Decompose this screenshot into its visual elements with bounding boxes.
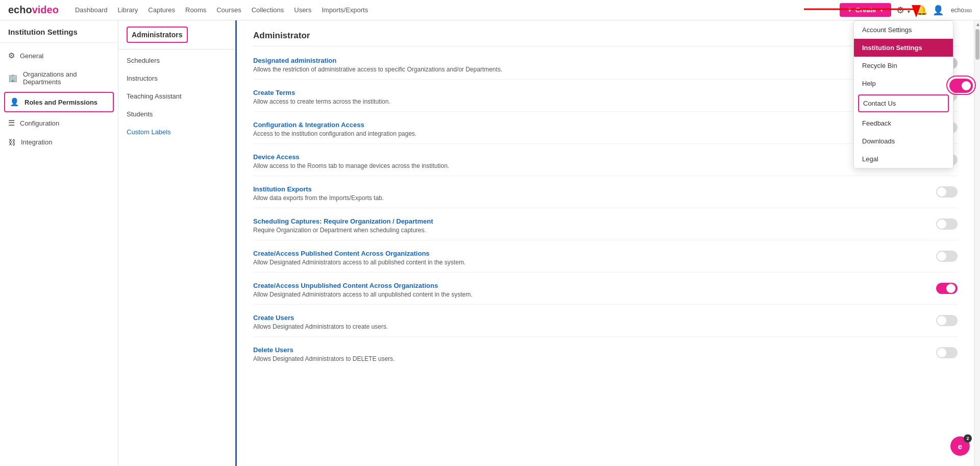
- permission-row-7: Create/Access Unpublished Content Across…: [253, 282, 958, 305]
- gear-dropdown-indicator: ▼: [906, 9, 911, 14]
- permission-row-9: Delete Users Allows Designated Administr…: [253, 346, 958, 369]
- nav-imports-exports[interactable]: Imports/Exports: [322, 6, 368, 14]
- dropdown-account-settings[interactable]: Account Settings: [854, 21, 953, 39]
- gear-icon: ⚙: [896, 5, 904, 15]
- permission-row-8: Create Users Allows Designated Administr…: [253, 314, 958, 337]
- right-scrollbar[interactable]: ▲: [974, 20, 980, 466]
- scrollbar-up-arrow[interactable]: ▲: [974, 20, 980, 28]
- sidebar-item-integration[interactable]: ⛓ Integration: [0, 133, 118, 152]
- nav-rooms[interactable]: Rooms: [185, 6, 206, 14]
- dropdown-downloads[interactable]: Downloads: [854, 132, 953, 150]
- dropdown-contact-us[interactable]: Contact Us: [858, 94, 949, 112]
- permission-label-0: Designated administration: [253, 57, 502, 64]
- permission-desc-2: Access to the institution configuration …: [253, 130, 416, 137]
- toggle-6[interactable]: [936, 251, 958, 262]
- create-label: Create: [855, 6, 876, 14]
- dropdown-institution-settings[interactable]: Institution Settings: [854, 39, 953, 57]
- create-button[interactable]: ✦ Create ▼: [840, 3, 891, 17]
- permission-text-9: Delete Users Allows Designated Administr…: [253, 346, 395, 362]
- permission-row-5: Scheduling Captures: Require Organizatio…: [253, 217, 958, 240]
- nav-courses[interactable]: Courses: [216, 6, 241, 14]
- permission-text-3: Device Access Allow access to the Rooms …: [253, 153, 449, 169]
- permission-label-9: Delete Users: [253, 346, 395, 354]
- notification-bell-button[interactable]: 🔔: [916, 5, 927, 16]
- roles-icon: 👤: [10, 97, 19, 107]
- nav-collections[interactable]: Collections: [252, 6, 284, 14]
- permission-label-5: Scheduling Captures: Require Organizatio…: [253, 217, 433, 225]
- sidebar-label-integration: Integration: [21, 138, 52, 146]
- permission-label-6: Create/Access Published Content Across O…: [253, 250, 465, 257]
- toggle-7[interactable]: [936, 283, 958, 294]
- nav-right: ✦ Create ▼ ⚙ ▼ 🔔 👤 echo360: [840, 3, 972, 17]
- logo-video: video: [32, 4, 59, 16]
- mid-item-schedulers[interactable]: Schedulers: [118, 52, 235, 69]
- permission-desc-6: Allow Designated Administrators access t…: [253, 259, 465, 266]
- sidebar-label-roles: Roles and Permissions: [24, 99, 97, 106]
- sidebar-item-configuration[interactable]: ☰ Configuration: [0, 113, 118, 133]
- permission-label-8: Create Users: [253, 314, 388, 322]
- toggle-5[interactable]: [936, 218, 958, 230]
- page-layout: Institution Settings ⚙ General 🏢 Organiz…: [0, 20, 980, 466]
- toggle-4[interactable]: [936, 186, 958, 198]
- create-icon: ✦: [847, 6, 852, 14]
- nav-captures[interactable]: Captures: [148, 6, 175, 14]
- e-badge[interactable]: e 2: [950, 436, 970, 456]
- general-icon: ⚙: [8, 51, 15, 60]
- toggle-9[interactable]: [936, 347, 958, 358]
- permission-row-1: Create Terms Allow access to create term…: [253, 89, 958, 112]
- contact-us-toggle-overlay[interactable]: [950, 80, 972, 92]
- user-avatar-button[interactable]: 👤: [933, 5, 944, 16]
- toggle-knob-contact-us: [962, 81, 971, 90]
- logo[interactable]: echovideo: [8, 4, 59, 16]
- sidebar-label-general: General: [20, 52, 43, 60]
- permission-desc-7: Allow Designated Administrators access t…: [253, 291, 473, 298]
- sidebar-nav: ⚙ General 🏢 Organizations and Department…: [0, 43, 118, 155]
- permission-text-6: Create/Access Published Content Across O…: [253, 250, 465, 266]
- mid-item-teaching-assistant[interactable]: Teaching Assistant: [118, 87, 235, 105]
- chevron-down-icon: ▼: [879, 7, 884, 13]
- permission-text-4: Institution Exports Allow data exports f…: [253, 185, 384, 202]
- left-sidebar: Institution Settings ⚙ General 🏢 Organiz…: [0, 20, 118, 466]
- page-title: Institution Settings: [0, 20, 118, 43]
- mid-item-instructors[interactable]: Instructors: [118, 69, 235, 87]
- sidebar-item-roles[interactable]: 👤 Roles and Permissions: [4, 92, 114, 112]
- permission-desc-9: Allows Designated Administrators to DELE…: [253, 355, 395, 362]
- dropdown-menu: Account Settings Institution Settings Re…: [853, 20, 953, 168]
- scrollbar-thumb[interactable]: [975, 29, 979, 60]
- sidebar-label-configuration: Configuration: [20, 119, 59, 127]
- logo-echo: echo: [8, 4, 32, 16]
- dropdown-recycle-bin[interactable]: Recycle Bin: [854, 57, 953, 75]
- permission-label-2: Configuration & Integration Access: [253, 121, 416, 129]
- dropdown-help[interactable]: Help: [854, 75, 953, 92]
- permission-text-7: Create/Access Unpublished Content Across…: [253, 282, 473, 298]
- nav-library[interactable]: Library: [118, 6, 138, 14]
- mid-sidebar-title[interactable]: Administrators: [127, 27, 188, 43]
- permission-row-4: Institution Exports Allow data exports f…: [253, 185, 958, 208]
- nav-dashboard[interactable]: Dashboard: [75, 6, 108, 14]
- configuration-icon: ☰: [8, 118, 15, 128]
- toggle-8[interactable]: [936, 315, 958, 326]
- permission-desc-4: Allow data exports from the Imports/Expo…: [253, 194, 384, 202]
- mid-item-custom-labels[interactable]: Custom Labels: [118, 123, 235, 141]
- sidebar-item-org-dept[interactable]: 🏢 Organizations and Departments: [0, 65, 118, 91]
- permission-text-8: Create Users Allows Designated Administr…: [253, 314, 388, 330]
- sidebar-label-org-dept: Organizations and Departments: [23, 70, 110, 86]
- permission-label-1: Create Terms: [253, 89, 390, 96]
- nav-users[interactable]: Users: [294, 6, 311, 14]
- dropdown-feedback[interactable]: Feedback: [854, 114, 953, 132]
- permission-label-7: Create/Access Unpublished Content Across…: [253, 282, 473, 289]
- permission-row-0: Designated administration Allows the res…: [253, 57, 958, 80]
- e-badge-count: 2: [964, 434, 972, 443]
- permission-label-4: Institution Exports: [253, 185, 384, 193]
- sidebar-item-general[interactable]: ⚙ General: [0, 46, 118, 65]
- permission-desc-8: Allows Designated Administrators to crea…: [253, 323, 388, 330]
- permission-row-2: Configuration & Integration Access Acces…: [253, 121, 958, 144]
- permission-label-3: Device Access: [253, 153, 449, 161]
- permission-text-1: Create Terms Allow access to create term…: [253, 89, 390, 105]
- gear-icon-container[interactable]: ⚙ ▼: [896, 5, 911, 16]
- permission-row-3: Device Access Allow access to the Rooms …: [253, 153, 958, 176]
- toggle-contact-us[interactable]: [950, 80, 972, 92]
- mid-item-students[interactable]: Students: [118, 105, 235, 123]
- org-dept-icon: 🏢: [8, 73, 18, 83]
- dropdown-legal[interactable]: Legal: [854, 150, 953, 168]
